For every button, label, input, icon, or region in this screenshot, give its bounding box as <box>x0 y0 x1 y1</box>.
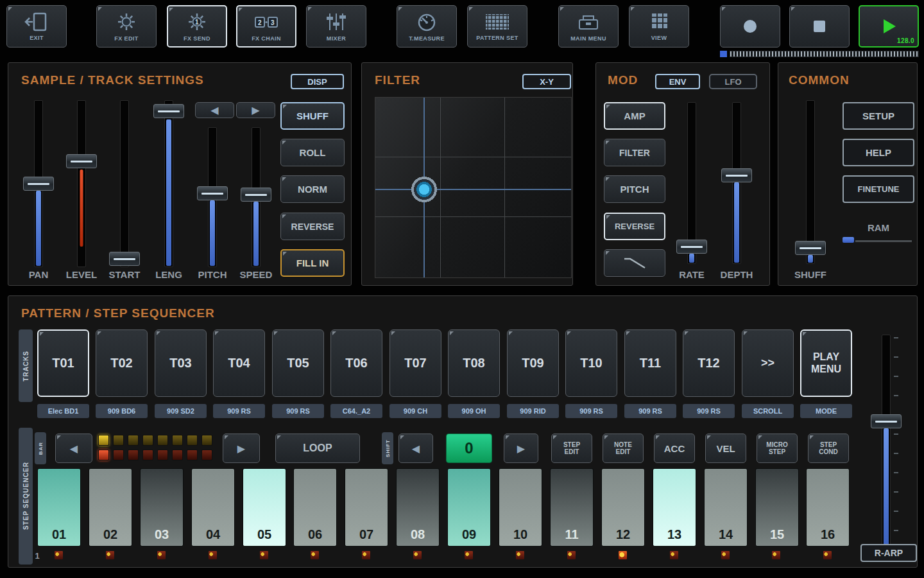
mod-pitch-button[interactable]: PITCH <box>604 175 665 203</box>
start-slider[interactable] <box>109 100 140 267</box>
master-volume-slider[interactable] <box>871 335 902 547</box>
pitch-slider[interactable] <box>197 127 228 267</box>
step-cell-15[interactable]: 15 <box>755 468 799 547</box>
filter-xy-pad[interactable] <box>375 97 572 278</box>
step-cell-05[interactable]: 05 <box>243 468 286 547</box>
view-button[interactable]: VIEW <box>629 5 689 48</box>
track-sample-t06[interactable]: C64._A2 <box>330 404 382 418</box>
xy-pad-puck[interactable] <box>409 174 440 205</box>
xy-mode-button[interactable]: X-Y <box>522 74 571 89</box>
disp-button[interactable]: DISP <box>291 74 344 89</box>
next-bar-button[interactable]: ▶ <box>223 434 260 463</box>
t-measure-button[interactable]: T.MEASURE <box>397 5 457 48</box>
step-cell-08[interactable]: 08 <box>396 468 440 547</box>
mod-amp-button[interactable]: AMP <box>604 102 665 130</box>
sample-next-button[interactable]: ▶ <box>236 102 275 118</box>
track-button-t02[interactable]: T02 <box>96 329 148 397</box>
pitch-slider-thumb[interactable] <box>197 186 228 200</box>
master-slider-thumb[interactable] <box>871 414 902 428</box>
track-button-t06[interactable]: T06 <box>330 329 382 397</box>
pan-slider[interactable] <box>23 100 54 267</box>
step-cond-button[interactable]: STEP COND <box>808 434 849 463</box>
level-slider-thumb[interactable] <box>66 154 97 168</box>
mod-depth-slider[interactable] <box>721 102 752 264</box>
track-sample-t10[interactable]: 909 RS <box>565 404 617 418</box>
track-sample-t04[interactable]: 909 RS <box>213 404 265 418</box>
stop-button[interactable] <box>789 5 850 48</box>
play-menu-button[interactable]: PLAY MENU <box>800 329 852 397</box>
step-cell-09[interactable]: 09 <box>447 468 491 547</box>
track-scroll-button[interactable]: >> <box>742 329 794 397</box>
main-menu-button[interactable]: MAIN MENU <box>558 5 619 48</box>
shuff-button[interactable]: SHUFF <box>280 102 345 130</box>
step-cell-16[interactable]: 16 <box>806 468 850 547</box>
track-sample-t11[interactable]: 909 RS <box>624 404 676 418</box>
record-button[interactable] <box>720 5 780 48</box>
step-cell-07[interactable]: 07 <box>345 468 388 547</box>
track-sample-t02[interactable]: 909 BD6 <box>96 404 148 418</box>
speed-slider[interactable] <box>241 127 271 267</box>
norm-button[interactable]: NORM <box>280 175 345 203</box>
track-button-t11[interactable]: T11 <box>624 329 676 397</box>
micro-step-button[interactable]: MICRO STEP <box>757 434 798 463</box>
play-button[interactable]: 128.0 <box>859 5 919 48</box>
mod-rate-slider[interactable] <box>676 102 707 264</box>
fx-chain-button[interactable]: 2 3 FX CHAIN <box>236 5 296 48</box>
speed-slider-thumb[interactable] <box>241 188 271 202</box>
exit-button[interactable]: EXIT <box>6 5 67 48</box>
level-slider[interactable] <box>66 100 97 267</box>
shuff-slider-thumb[interactable] <box>795 241 826 255</box>
track-button-t04[interactable]: T04 <box>213 329 265 397</box>
common-shuff-slider[interactable] <box>795 100 826 264</box>
finetune-button[interactable]: FINETUNE <box>843 175 914 203</box>
vel-button[interactable]: VEL <box>705 434 746 463</box>
depth-slider-thumb[interactable] <box>721 168 752 182</box>
step-cell-11[interactable]: 11 <box>550 468 594 547</box>
loop-button[interactable]: LOOP <box>275 434 360 463</box>
pattern-set-button[interactable]: PATTERN SET <box>467 5 527 48</box>
shift-right-button[interactable]: ▶ <box>504 434 538 463</box>
fill-in-button[interactable]: FILL IN <box>280 249 345 277</box>
track-sample-t09[interactable]: 909 RID <box>507 404 559 418</box>
step-cell-04[interactable]: 04 <box>191 468 235 547</box>
mod-filter-button[interactable]: FILTER <box>604 139 665 166</box>
prev-bar-button[interactable]: ◀ <box>55 434 92 463</box>
acc-button[interactable]: ACC <box>654 434 695 463</box>
setup-button[interactable]: SETUP <box>843 102 914 130</box>
track-sample-t12[interactable]: 909 RS <box>683 404 735 418</box>
pan-slider-thumb[interactable] <box>23 177 54 191</box>
env-tab[interactable]: ENV <box>655 74 700 89</box>
mod-envelope-shape-button[interactable] <box>604 249 665 277</box>
step-edit-button[interactable]: STEP EDIT <box>551 434 592 463</box>
step-cell-10[interactable]: 10 <box>499 468 542 547</box>
shift-position-display[interactable]: 0 <box>446 434 492 463</box>
shift-left-button[interactable]: ◀ <box>398 434 433 463</box>
track-button-t07[interactable]: T07 <box>389 329 441 397</box>
rate-slider-thumb[interactable] <box>676 240 707 254</box>
step-cell-13[interactable]: 13 <box>653 468 696 547</box>
leng-slider-thumb[interactable] <box>153 104 184 118</box>
ram-slider-thumb[interactable] <box>843 237 854 243</box>
track-sample-t01[interactable]: Elec BD1 <box>37 404 89 418</box>
fx-edit-button[interactable]: FX EDIT <box>96 5 157 48</box>
leng-slider[interactable] <box>153 100 184 267</box>
track-button-t03[interactable]: T03 <box>155 329 207 397</box>
track-button-t12[interactable]: T12 <box>683 329 735 397</box>
track-sample-t08[interactable]: 909 OH <box>448 404 500 418</box>
step-cell-03[interactable]: 03 <box>140 468 184 547</box>
step-cell-02[interactable]: 02 <box>89 468 132 547</box>
reverse-button[interactable]: REVERSE <box>280 213 345 240</box>
step-cell-06[interactable]: 06 <box>293 468 337 547</box>
track-sample-t05[interactable]: 909 RS <box>272 404 324 418</box>
track-sample-t03[interactable]: 909 SD2 <box>155 404 207 418</box>
track-button-t05[interactable]: T05 <box>272 329 324 397</box>
track-button-t10[interactable]: T10 <box>565 329 617 397</box>
r-arp-button[interactable]: R-ARP <box>860 544 917 562</box>
track-sample-t07[interactable]: 909 CH <box>389 404 441 418</box>
mixer-button[interactable]: MIXER <box>306 5 366 48</box>
track-button-t08[interactable]: T08 <box>448 329 500 397</box>
step-cell-01[interactable]: 01 <box>37 468 81 547</box>
track-button-t09[interactable]: T09 <box>507 329 559 397</box>
lfo-tab[interactable]: LFO <box>709 74 757 89</box>
step-cell-12[interactable]: 12 <box>601 468 645 547</box>
